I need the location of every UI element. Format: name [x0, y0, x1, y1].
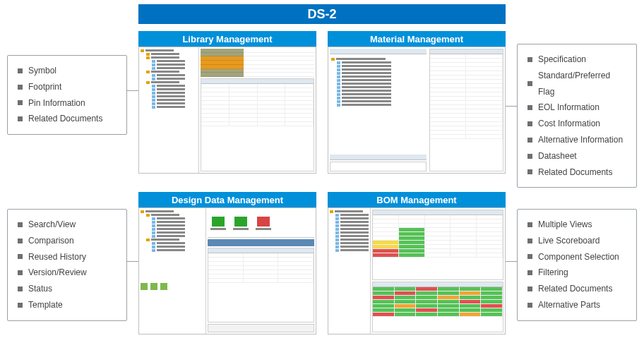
- callout-item: Reused History: [18, 249, 118, 265]
- panel-library-screenshot: [138, 47, 316, 174]
- connector-line: [506, 106, 517, 107]
- callout-item: Symbol: [18, 63, 118, 79]
- callout-item: Component Selection: [527, 249, 628, 265]
- panel-bom-screenshot: [328, 207, 506, 334]
- callout-item: Filtering: [527, 265, 628, 281]
- panel-material-screenshot: [328, 47, 506, 174]
- connector-line: [506, 261, 517, 262]
- panel-material-header: Material Management: [328, 31, 506, 47]
- callout-item: Comparison: [18, 233, 118, 249]
- callout-bom: Multiple Views Live Scoreboard Component…: [517, 209, 637, 321]
- panel-material: Material Management: [328, 31, 506, 174]
- panel-library-header: Library Management: [138, 31, 316, 47]
- callout-item: Live Scoreboard: [527, 233, 628, 249]
- callout-item: Footprint: [18, 79, 118, 95]
- callout-item: Specification: [527, 52, 628, 68]
- callout-item: Alternative Information: [527, 132, 628, 148]
- callout-item: Related Documents: [527, 164, 628, 181]
- callout-item: Pin Information: [18, 95, 118, 111]
- connector-line: [127, 90, 138, 91]
- panel-library: Library Management: [138, 31, 316, 174]
- panel-bom-header: BOM Management: [328, 192, 506, 207]
- panel-design-header: Design Data Management: [138, 192, 316, 207]
- callout-item: Multiple Views: [527, 217, 628, 233]
- connector-line: [127, 261, 138, 262]
- callout-item: Search/View: [18, 217, 118, 233]
- callout-item: Related Documents: [527, 281, 628, 297]
- callout-item: Template: [18, 297, 118, 313]
- panel-bom: BOM Management: [328, 192, 506, 334]
- callout-design: Search/View Comparison Reused History Ve…: [7, 209, 127, 321]
- product-title: DS-2: [138, 4, 506, 24]
- callout-item: EOL Information: [527, 99, 628, 116]
- panel-design: Design Data Management: [138, 192, 316, 334]
- callout-item: Alternative Parts: [527, 297, 628, 313]
- panel-design-screenshot: [138, 207, 316, 334]
- callout-item: Related Documents: [18, 111, 118, 127]
- callout-item: Version/Review: [18, 265, 118, 281]
- callout-item: Status: [18, 281, 118, 297]
- callout-item: Datasheet: [527, 148, 628, 164]
- callout-item: Standard/Preferred Flag: [527, 68, 628, 100]
- callout-library: Symbol Footprint Pin Information Related…: [7, 55, 127, 135]
- callout-item: Cost Information: [527, 116, 628, 132]
- callout-material: Specification Standard/Preferred Flag EO…: [517, 44, 637, 188]
